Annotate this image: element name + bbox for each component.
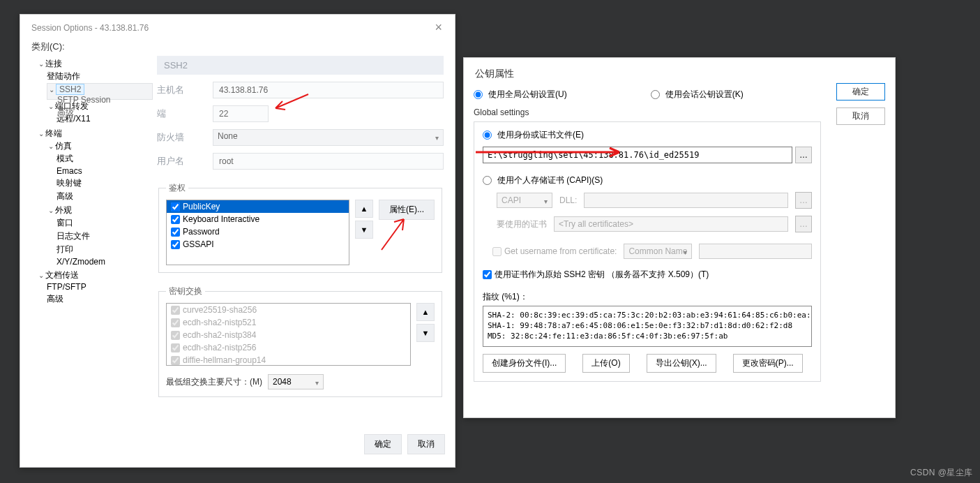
radio-global-settings[interactable]: 使用全局公钥设置(U): [474, 89, 567, 101]
move-up-button[interactable]: ▲: [416, 303, 435, 321]
export-pubkey-button[interactable]: 导出公钥(X)...: [647, 354, 716, 373]
port-label: 端: [157, 107, 213, 120]
move-up-button[interactable]: ▲: [355, 200, 373, 218]
browse-dll-button: …: [795, 192, 812, 209]
chevron-down-icon[interactable]: ⌄: [47, 142, 55, 150]
chevron-down-icon: ▾: [544, 198, 548, 205]
chevron-down-icon[interactable]: ⌄: [47, 86, 56, 94]
watermark: CSDN @星尘库: [910, 467, 973, 479]
username-input: [699, 244, 812, 259]
cert-select: <Try all certificates>: [554, 216, 788, 232]
list-item: ecdh-sha2-nistp521: [167, 316, 410, 329]
chevron-down-icon[interactable]: ⌄: [37, 60, 45, 68]
ssh2-form: SSH2 主机名 端 防火墙None▾ 用户名 鉴权 PublicKey Key…: [153, 56, 444, 397]
move-down-button[interactable]: ▼: [355, 221, 373, 239]
auth-listbox[interactable]: PublicKey Keyboard Interactive Password …: [166, 200, 349, 265]
browse-button[interactable]: …: [795, 147, 812, 163]
radio-capi[interactable]: 使用个人存储证书 (CAPI)(S): [483, 174, 812, 186]
host-input[interactable]: [213, 82, 444, 98]
chevron-down-icon: ▾: [435, 134, 439, 142]
auth-item-publickey[interactable]: PublicKey: [167, 200, 349, 213]
window-title: Session Options - 43.138.81.76: [31, 23, 149, 33]
category-tree[interactable]: ⌄连接 登陆动作 ⌄SSH2 SFTP Session高级 ⌄端口转发 远程/X…: [27, 56, 153, 397]
port-input[interactable]: [213, 105, 269, 122]
capi-select: CAPI▾: [497, 193, 552, 208]
move-down-button[interactable]: ▼: [416, 324, 435, 342]
chevron-down-icon: ▾: [684, 248, 687, 256]
auth-item-keyboard[interactable]: Keyboard Interactive: [167, 213, 349, 225]
create-identity-button[interactable]: 创建身份文件(I)...: [483, 354, 566, 373]
kex-listbox[interactable]: curve25519-sha256 ecdh-sha2-nistp521 ecd…: [166, 303, 411, 366]
global-settings-group: 使用身份或证书文件(E) … 使用个人存储证书 (CAPI)(S) CAPI▾ …: [474, 121, 821, 382]
group-title: Global settings: [474, 107, 885, 117]
browse-cert-button: …: [795, 216, 812, 232]
raw-key-checkbox[interactable]: 使用证书作为原始 SSH2 密钥 （服务器不支持 X.509）(T): [483, 269, 709, 281]
change-password-button[interactable]: 更改密码(P)...: [733, 354, 803, 373]
get-username-checkbox: Get username from certificate:: [492, 246, 617, 256]
list-item: curve25519-sha256: [167, 304, 410, 316]
chevron-down-icon[interactable]: ⌄: [37, 272, 45, 279]
cancel-button[interactable]: 取消: [836, 107, 885, 125]
user-input[interactable]: [213, 153, 444, 170]
cancel-button[interactable]: 取消: [407, 434, 445, 454]
fingerprint-box[interactable]: SHA-2: 00:8c:39:ec:39:d5:ca:75:3c:20:b2:…: [483, 306, 812, 347]
category-label: 类别(C):: [20, 40, 455, 56]
ok-button[interactable]: 确定: [836, 83, 885, 101]
fingerprint-label: 指纹 (%1)：: [483, 291, 812, 303]
radio-session-settings[interactable]: 使用会话公钥设置(K): [651, 89, 744, 101]
kex-fieldset: 密钥交换 curve25519-sha256 ecdh-sha2-nistp52…: [158, 285, 442, 397]
firewall-label: 防火墙: [157, 131, 213, 144]
radio-identity-file[interactable]: 使用身份或证书文件(E): [483, 129, 812, 141]
list-item: ecdh-sha2-nistp256: [167, 341, 410, 354]
dialog-title: 公钥属性: [474, 65, 885, 89]
upload-button[interactable]: 上传(O): [582, 354, 629, 373]
auth-legend: 鉴权: [166, 182, 188, 194]
kex-legend: 密钥交换: [166, 285, 205, 297]
list-item: ecdh-sha2-nistp384: [167, 329, 410, 341]
titlebar: Session Options - 43.138.81.76 ×: [20, 15, 455, 40]
min-size-select[interactable]: 2048▾: [268, 374, 324, 389]
auth-item-gssapi[interactable]: GSSAPI: [167, 238, 349, 251]
chevron-down-icon[interactable]: ⌄: [37, 130, 45, 138]
min-size-label: 最低组交换主要尺寸：(M): [166, 376, 262, 388]
host-label: 主机名: [157, 84, 213, 96]
chevron-down-icon[interactable]: ⌄: [47, 207, 55, 214]
user-label: 用户名: [157, 155, 213, 168]
firewall-select[interactable]: None▾: [213, 129, 444, 146]
properties-button[interactable]: 属性(E)...: [379, 200, 435, 220]
username-field-select: Common Name▾: [624, 244, 692, 259]
cert-label: 要使用的证书: [497, 218, 547, 230]
auth-item-password[interactable]: Password: [167, 225, 349, 238]
annotation-arrow-icon: [376, 215, 411, 253]
chevron-down-icon: ▾: [315, 379, 319, 387]
publickey-properties-window: 公钥属性 确定 取消 使用全局公钥设置(U) 使用会话公钥设置(K) Globa…: [463, 57, 896, 418]
section-header: SSH2: [157, 56, 444, 75]
list-item: diffie-hellman-group14: [167, 354, 410, 366]
auth-fieldset: 鉴权 PublicKey Keyboard Interactive Passwo…: [158, 182, 442, 273]
tree-item-ssh2[interactable]: ⌄SSH2 SFTP Session高级: [47, 83, 153, 100]
ok-button[interactable]: 确定: [364, 434, 402, 454]
dll-input: [584, 193, 788, 208]
close-icon[interactable]: ×: [430, 20, 446, 35]
dll-label: DLL:: [559, 195, 577, 205]
identity-file-input[interactable]: [483, 147, 792, 163]
session-options-window: Session Options - 43.138.81.76 × 类别(C): …: [20, 14, 455, 468]
